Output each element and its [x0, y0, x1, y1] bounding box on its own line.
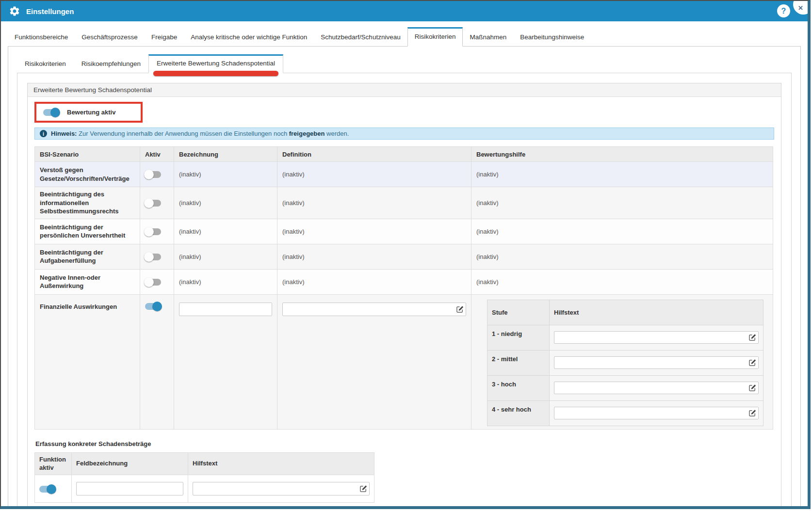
save-all-button[interactable]: Alle speichern — [649, 508, 717, 509]
level-row: 4 - sehr hoch — [487, 400, 763, 426]
help-button[interactable]: ? — [777, 4, 790, 17]
bewertungshilfe-value: (inaktiv) — [471, 187, 773, 219]
level-row: 1 - niedrig — [487, 325, 763, 350]
toggle-knob — [152, 302, 162, 311]
toggle-knob — [47, 484, 56, 494]
damage-header-row: Funktion aktiv Feldbezeichnung Hilfstext — [35, 452, 374, 475]
bezeichnung-value: (inaktiv) — [174, 269, 277, 294]
funktion-aktiv-toggle[interactable] — [39, 486, 55, 493]
bezeichnung-value: (inaktiv) — [174, 162, 277, 187]
tab-bearbeitungshinweise[interactable]: Bearbeitungshinweise — [513, 28, 591, 47]
col-definition: Definition — [277, 147, 471, 162]
tab-massnahmen[interactable]: Maßnahmen — [463, 28, 513, 47]
table-row: Beeinträchtigung der persönlichen Unvers… — [35, 219, 773, 244]
tab-geschaeftsprozesse[interactable]: Geschäftsprozesse — [75, 28, 145, 47]
table-row: Negative Innen-oder Außenwirkung (inakti… — [35, 269, 773, 294]
aktiv-toggle[interactable] — [145, 254, 161, 260]
definition-value: (inaktiv) — [277, 244, 471, 269]
app-header: Einstellungen ? ✕ — [1, 1, 808, 21]
level-row: 2 - mittel — [487, 350, 763, 375]
definition-value: (inaktiv) — [277, 162, 471, 187]
edit-icon[interactable] — [749, 334, 756, 341]
subtab-risikokriterien[interactable]: Risikokriterien — [17, 55, 74, 73]
bewertungshilfe-value: (inaktiv) — [471, 269, 773, 294]
main-tabs: Funktionsbereiche Geschäftsprozesse Frei… — [8, 27, 801, 46]
feldbezeichnung-input[interactable] — [76, 482, 183, 495]
tab-analyse-kritische-funktion[interactable]: Analyse kritische oder wichtige Funktion — [184, 28, 314, 47]
tab-freigabe[interactable]: Freigabe — [145, 28, 184, 47]
settings-window: Einstellungen ? ✕ Funktionsbereiche Gesc… — [0, 0, 811, 509]
damage-section-title: Erfassung konkreter Schadensbeträge — [35, 440, 774, 447]
bewertung-aktiv-toggle[interactable] — [43, 109, 59, 116]
hilfstext-input[interactable] — [554, 356, 759, 369]
hilfstext-input[interactable] — [193, 482, 370, 495]
aktiv-toggle[interactable] — [145, 279, 161, 286]
subtab-content: Erweiterte Bewertung Schadenspotential B… — [17, 73, 792, 509]
levels-header-row: Stufe Hilfstext — [487, 300, 763, 325]
col-hilfstext: Hilfstext — [188, 452, 374, 475]
toggle-knob — [144, 170, 154, 179]
definition-input[interactable] — [282, 303, 466, 316]
edit-icon[interactable] — [456, 305, 464, 313]
bewertung-aktiv-label: Bewertung aktiv — [67, 109, 115, 116]
subtab-label: Erweiterte Bewertung Schadenspotential — [157, 60, 275, 67]
close-button[interactable]: ✕ — [793, 0, 811, 15]
definition-value: (inaktiv) — [277, 269, 471, 294]
scenario-label: Beeinträchtigung der Aufgabenerfüllung — [35, 244, 140, 269]
scenario-label: Beeinträchtigung des informationellen Se… — [35, 187, 140, 219]
level-label: 3 - hoch — [487, 375, 550, 400]
tab-schutzbedarf-schutzniveau[interactable]: Schutzbedarf/Schutzniveau — [314, 28, 407, 47]
col-bewertungshilfe: Bewertungshilfe — [471, 147, 773, 162]
table-row: Beeinträchtigung des informationellen Se… — [35, 187, 773, 219]
tab-risikokriterien[interactable]: Risikokriterien — [407, 27, 463, 47]
panel-title: Erweiterte Bewertung Schadenspotential — [28, 83, 781, 97]
notice-text: Hinweis: Zur Verwendung innerhalb der An… — [51, 130, 349, 137]
definition-value: (inaktiv) — [277, 187, 471, 219]
question-mark-icon: ? — [781, 7, 786, 16]
col-aktiv: Aktiv — [140, 147, 174, 162]
annotation-underline — [153, 71, 278, 76]
subtab-risikoempfehlungen[interactable]: Risikoempfehlungen — [74, 55, 148, 73]
col-bezeichnung: Bezeichnung — [174, 147, 277, 162]
annotation-box: Bewertung aktiv — [34, 102, 143, 123]
toggle-knob — [144, 198, 154, 208]
bezeichnung-value: (inaktiv) — [174, 187, 277, 219]
tab-funktionsbereiche[interactable]: Funktionsbereiche — [8, 28, 75, 47]
release-button[interactable]: ✔ Freigeben — [720, 508, 774, 509]
hilfstext-input[interactable] — [554, 331, 759, 344]
bewertungshilfe-value: (inaktiv) — [471, 219, 773, 244]
scenario-label: Negative Innen-oder Außenwirkung — [35, 269, 140, 294]
col-hilfstext: Hilfstext — [550, 300, 763, 325]
bewertungshilfe-value: (inaktiv) — [471, 244, 773, 269]
edit-icon[interactable] — [749, 410, 756, 417]
close-icon: ✕ — [798, 4, 803, 12]
hilfstext-input[interactable] — [554, 407, 759, 419]
aktiv-toggle[interactable] — [145, 200, 161, 207]
scenario-label: Verstoß gegen Gesetze/Vorschriften/Vertr… — [35, 162, 140, 187]
bezeichnung-input[interactable] — [179, 303, 272, 316]
edit-icon[interactable] — [360, 485, 367, 493]
content-panel: Erweiterte Bewertung Schadenspotential B… — [27, 83, 781, 509]
level-row: 3 - hoch — [487, 375, 763, 400]
table-header-row: BSI-Szenario Aktiv Bezeichnung Definitio… — [35, 147, 773, 162]
aktiv-toggle[interactable] — [145, 171, 161, 178]
toggle-knob — [144, 252, 154, 262]
edit-icon[interactable] — [749, 384, 756, 392]
sub-tabs: Risikokriterien Risikoempfehlungen Erwei… — [17, 54, 792, 73]
toggle-knob — [144, 227, 154, 237]
footer-actions: Alle speichern ✔ Freigeben — [34, 508, 774, 509]
edit-icon[interactable] — [749, 359, 756, 367]
subtab-erweiterte-bewertung[interactable]: Erweiterte Bewertung Schadenspotential — [148, 54, 283, 73]
level-label: 2 - mittel — [487, 350, 550, 375]
aktiv-toggle[interactable] — [145, 228, 161, 235]
level-label: 4 - sehr hoch — [487, 400, 550, 426]
notice-bar: i Hinweis: Zur Verwendung innerhalb der … — [34, 128, 774, 140]
col-funktion-aktiv: Funktion aktiv — [35, 452, 72, 475]
hilfstext-input[interactable] — [554, 382, 759, 394]
aktiv-toggle[interactable] — [145, 303, 161, 310]
bsi-szenario-table: BSI-Szenario Aktiv Bezeichnung Definitio… — [34, 146, 773, 430]
damage-row — [35, 475, 374, 503]
col-feldbezeichnung: Feldbezeichnung — [72, 452, 188, 475]
table-row: Beeinträchtigung der Aufgabenerfüllung (… — [35, 244, 773, 269]
bewertungshilfe-value: (inaktiv) — [471, 162, 773, 187]
